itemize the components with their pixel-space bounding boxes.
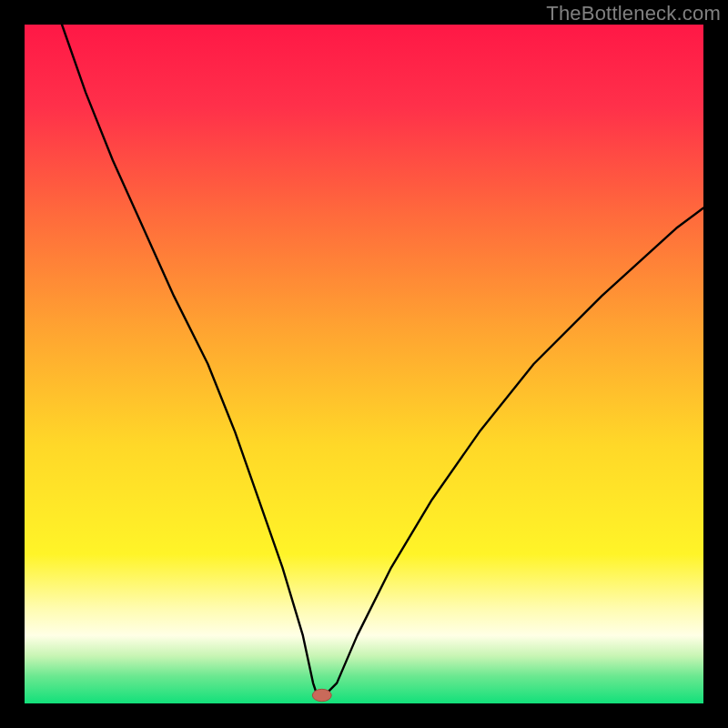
- bottleneck-chart: [0, 0, 728, 728]
- watermark-text: TheBottleneck.com: [546, 2, 721, 25]
- minimum-marker: [312, 689, 331, 701]
- chart-container: { "watermark": "TheBottleneck.com", "col…: [0, 0, 728, 728]
- gradient-background: [25, 25, 703, 703]
